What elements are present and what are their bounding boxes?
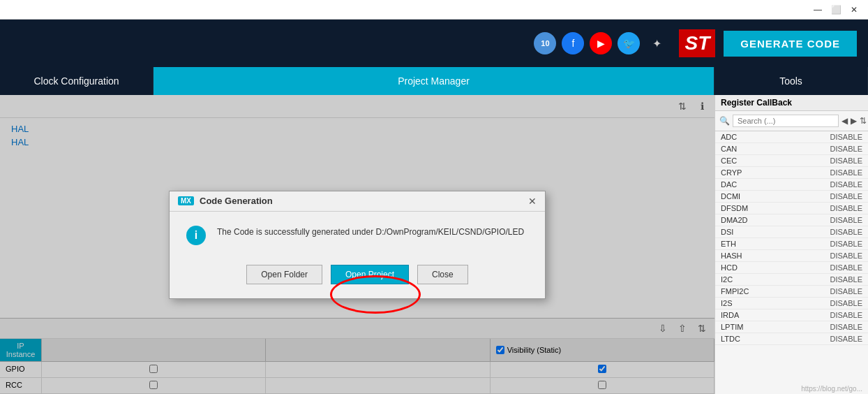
close-dialog-button[interactable]: Close — [417, 265, 468, 284]
search-next-button[interactable]: ▶ — [851, 114, 857, 128]
dialog-title-text: Code Generation — [200, 196, 273, 206]
register-callback-title: Register CallBack — [715, 95, 868, 111]
register-name: DMA2D — [721, 216, 830, 224]
register-name: CRYP — [721, 168, 830, 177]
register-status: DISABLE — [830, 323, 862, 331]
tab-clock-configuration[interactable]: Clock Configuration — [0, 67, 154, 95]
register-status: DISABLE — [830, 299, 862, 307]
register-row: CAN DISABLE — [715, 143, 868, 155]
dialog-mx-badge: MX — [178, 196, 194, 205]
register-row: DMA2D DISABLE — [715, 214, 868, 226]
maximize-button[interactable]: ⬜ — [828, 3, 844, 17]
register-status: DISABLE — [830, 335, 862, 343]
top-bar: 10 f ▶ 🐦 ✦ ST GENERATE CODE — [0, 20, 868, 67]
register-status: DISABLE — [830, 133, 862, 141]
open-project-button[interactable]: Open Project — [331, 265, 409, 284]
register-name: ETH — [721, 240, 830, 248]
search-icon: 🔍 — [719, 116, 730, 126]
register-name: DAC — [721, 180, 830, 189]
dialog-message: The Code is successfully generated under… — [217, 226, 524, 238]
register-row: IRDA DISABLE — [715, 309, 868, 321]
register-name: IRDA — [721, 311, 830, 319]
dialog-title-bar: MX Code Generation ✕ — [170, 191, 545, 212]
register-status: DISABLE — [830, 156, 862, 165]
main-content: ⇅ ℹ HAL HAL ⇩ ⇧ ⇅ IP Instance Visibility… — [0, 95, 868, 394]
register-search-input[interactable] — [733, 115, 839, 127]
search-prev-button[interactable]: ◀ — [841, 114, 848, 128]
register-status: DISABLE — [830, 251, 862, 260]
register-row: CRYP DISABLE — [715, 167, 868, 179]
register-status: DISABLE — [830, 204, 862, 212]
watermark: https://blog.net/go... — [801, 385, 862, 393]
register-name: DSI — [721, 228, 830, 236]
register-status: DISABLE — [830, 240, 862, 248]
register-row: FMPI2C DISABLE — [715, 286, 868, 298]
code-generation-dialog: MX Code Generation ✕ i The Code is succe… — [169, 191, 546, 299]
register-status: DISABLE — [830, 180, 862, 189]
register-row: LTDC DISABLE — [715, 333, 868, 345]
dialog-overlay: MX Code Generation ✕ i The Code is succe… — [0, 95, 714, 394]
register-row: LPTIM DISABLE — [715, 321, 868, 333]
register-row: I2S DISABLE — [715, 298, 868, 309]
register-name: CEC — [721, 156, 830, 165]
dialog-close-icon[interactable]: ✕ — [528, 196, 537, 207]
register-status: DISABLE — [830, 168, 862, 177]
social-icons: 10 f ▶ 🐦 ✦ ST — [534, 29, 715, 57]
register-search-bar: 🔍 ◀ ▶ ⇅ — [715, 111, 868, 131]
register-name: FMPI2C — [721, 287, 830, 296]
register-row: HCD DISABLE — [715, 262, 868, 274]
register-row: DFSDM DISABLE — [715, 203, 868, 214]
register-row: ETH DISABLE — [715, 238, 868, 250]
dialog-buttons: Open Folder Open Project Close — [170, 259, 545, 298]
open-folder-button[interactable]: Open Folder — [246, 265, 322, 284]
generate-code-area: GENERATE CODE — [724, 31, 857, 57]
register-name: ADC — [721, 133, 830, 141]
register-status: DISABLE — [830, 311, 862, 319]
register-row: ADC DISABLE — [715, 131, 868, 143]
network-icon[interactable]: ✦ — [645, 32, 668, 54]
register-name: LTDC — [721, 335, 830, 343]
register-name: HCD — [721, 263, 830, 272]
minimize-button[interactable]: — — [809, 3, 826, 17]
facebook-icon[interactable]: f — [562, 32, 584, 54]
dialog-body: i The Code is successfully generated und… — [170, 212, 545, 259]
register-status: DISABLE — [830, 287, 862, 296]
close-button[interactable]: ✕ — [846, 3, 862, 17]
register-row: DSI DISABLE — [715, 226, 868, 238]
youtube-icon[interactable]: ▶ — [590, 32, 612, 54]
register-status: DISABLE — [830, 145, 862, 153]
register-name: DFSDM — [721, 204, 830, 212]
register-status: DISABLE — [830, 263, 862, 272]
right-panel: Register CallBack 🔍 ◀ ▶ ⇅ ADC DISABLE CA… — [714, 95, 868, 394]
twitter-icon[interactable]: 🐦 — [618, 32, 640, 54]
register-row: DAC DISABLE — [715, 179, 868, 191]
generate-code-button[interactable]: GENERATE CODE — [724, 31, 857, 57]
dialog-info-icon: i — [186, 226, 206, 245]
register-status: DISABLE — [830, 192, 862, 200]
register-row: I2C DISABLE — [715, 274, 868, 286]
anniversary-icon[interactable]: 10 — [534, 32, 556, 54]
search-sort-button[interactable]: ⇅ — [860, 114, 867, 128]
tab-tools[interactable]: Tools — [714, 67, 868, 95]
register-status: DISABLE — [830, 275, 862, 284]
register-row: DCMI DISABLE — [715, 191, 868, 203]
register-name: CAN — [721, 145, 830, 153]
tab-project-manager[interactable]: Project Manager — [154, 67, 714, 95]
register-row: HASH DISABLE — [715, 250, 868, 262]
register-name: I2C — [721, 275, 830, 284]
register-name: I2S — [721, 299, 830, 307]
register-row: CEC DISABLE — [715, 155, 868, 167]
register-name: DCMI — [721, 192, 830, 200]
center-area: ⇅ ℹ HAL HAL ⇩ ⇧ ⇅ IP Instance Visibility… — [0, 95, 714, 394]
register-status: DISABLE — [830, 216, 862, 224]
register-name: HASH — [721, 251, 830, 260]
register-name: LPTIM — [721, 323, 830, 331]
register-status: DISABLE — [830, 228, 862, 236]
st-logo: ST — [679, 29, 715, 57]
dialog-title-content: MX Code Generation — [178, 196, 273, 206]
title-bar: — ⬜ ✕ — [0, 0, 868, 20]
nav-tabs: Clock Configuration Project Manager Tool… — [0, 67, 868, 95]
register-list: ADC DISABLE CAN DISABLE CEC DISABLE CRYP… — [715, 131, 868, 394]
